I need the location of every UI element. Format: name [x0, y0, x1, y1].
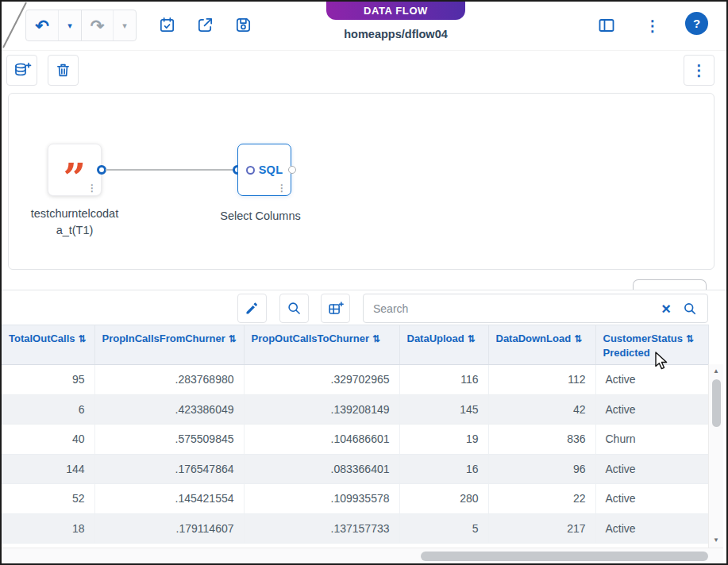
search-icon	[682, 301, 698, 317]
column-header-dataupload[interactable]: DataUpload⇅	[399, 325, 488, 365]
sort-icon[interactable]: ⇅	[79, 333, 87, 344]
label-line: a_t(T1)	[27, 222, 122, 239]
table-row[interactable]: 6.423386049.13920814914542Active	[2, 394, 708, 425]
sort-icon[interactable]: ⇅	[468, 333, 476, 344]
column-header-propincallsfromchurner[interactable]: PropInCallsFromChurner⇅	[94, 325, 244, 365]
app-window: ↶ ▾ ↷ ▾ DATA FLOW homeapps/dflow04	[0, 0, 728, 565]
save-button[interactable]	[229, 10, 257, 39]
column-label: TotalOutCalls	[9, 332, 75, 344]
sql-node[interactable]: SQL ⋮	[237, 144, 291, 196]
node-menu-icon[interactable]: ⋮	[277, 183, 287, 193]
table-cell: .329702965	[244, 365, 399, 395]
column-header-datadownload[interactable]: DataDownLoad⇅	[488, 325, 595, 365]
table-row[interactable]: 52.145421554.10993557828022Active	[2, 484, 708, 514]
table-cell: 6	[2, 394, 94, 425]
table-cell: 16	[399, 454, 488, 484]
redo-icon: ↷	[91, 17, 105, 34]
trash-icon	[54, 61, 72, 79]
search-button[interactable]	[677, 301, 707, 317]
table-cell: 112	[488, 365, 595, 395]
database-add-icon	[13, 61, 32, 80]
undo-button[interactable]: ↶	[26, 10, 58, 40]
chevron-down-icon: ▾	[67, 21, 72, 30]
table-cell: 144	[2, 454, 94, 484]
sql-output-port[interactable]	[288, 166, 296, 174]
sort-icon[interactable]: ⇅	[229, 333, 237, 344]
redo-button[interactable]: ↷	[81, 10, 113, 40]
redo-dropdown-chevron[interactable]: ▾	[113, 10, 136, 40]
horizontal-scroll-thumb[interactable]	[421, 552, 708, 561]
table-cell: 116	[399, 365, 488, 395]
table-cell: 52	[2, 484, 94, 514]
column-label-line2: Predicted	[603, 347, 703, 359]
label-line: testchurntelcodat	[27, 206, 122, 222]
table-cell: .083366401	[244, 454, 399, 484]
table-cell: .176547864	[94, 454, 244, 484]
table-cell: .423386049	[94, 394, 244, 425]
more-options-button[interactable]: ⋮	[639, 11, 666, 40]
add-data-button[interactable]	[6, 55, 37, 86]
sort-icon[interactable]: ⇅	[574, 333, 582, 344]
clear-search-button[interactable]: ×	[655, 301, 677, 317]
connection-edge	[106, 169, 234, 171]
table-cell: .109935578	[244, 484, 399, 514]
sort-icon[interactable]: ⇅	[686, 333, 694, 344]
sql-node-title: SQL	[259, 163, 283, 176]
column-header-customerstatus[interactable]: CustomerStatus⇅Predicted	[595, 325, 708, 365]
share-export-icon	[196, 16, 214, 34]
source-node[interactable]: ” ⋮	[48, 144, 102, 196]
table-cell: .145421554	[94, 484, 244, 514]
undo-dropdown-chevron[interactable]: ▾	[58, 10, 81, 40]
chevron-down-icon: ▾	[122, 21, 127, 30]
table-cell: 40	[2, 425, 94, 455]
schedule-validate-button[interactable]	[152, 10, 181, 39]
flow-canvas[interactable]: ” ⋮ SQL ⋮ testchurntelcodat a_t(T1) Sele…	[8, 93, 715, 270]
horizontal-scrollbar[interactable]	[2, 548, 723, 563]
zoom-button[interactable]	[279, 294, 309, 323]
partially-hidden-button[interactable]	[633, 279, 707, 290]
table-cell: Active	[595, 365, 708, 395]
help-button[interactable]: ?	[685, 12, 708, 35]
edit-button[interactable]	[237, 294, 267, 323]
save-icon	[234, 16, 252, 34]
dataset-quote-icon: ”	[64, 159, 87, 198]
table-cell: .283768980	[94, 365, 244, 395]
flow-path: homeapps/dflow04	[326, 28, 465, 40]
column-header-propoutcallstochurner[interactable]: PropOutCallsToChurner⇅	[244, 325, 399, 365]
scroll-up-arrow-icon[interactable]: ▲	[709, 368, 723, 375]
table-cell: .137157733	[244, 513, 399, 544]
table-cell: Active	[595, 454, 708, 484]
table-cell: 42	[488, 394, 595, 425]
column-label: DataUpload	[407, 332, 464, 344]
table-cell: 95	[2, 365, 94, 395]
dataflow-badge: DATA FLOW	[326, 2, 465, 20]
column-header-totaloutcalls[interactable]: TotalOutCalls⇅	[2, 325, 94, 365]
table-row[interactable]: 18.179114607.1371577335217Active	[2, 513, 708, 544]
table-cell: .575509845	[94, 425, 244, 455]
table-cell: Active	[595, 484, 708, 514]
table-row[interactable]: 144.176547864.0833664011696Active	[2, 454, 708, 484]
search-input[interactable]	[364, 302, 655, 315]
canvas-more-options-button[interactable]: ⋮	[684, 55, 715, 86]
scroll-down-arrow-icon[interactable]: ▼	[709, 537, 723, 544]
sort-icon[interactable]: ⇅	[372, 333, 380, 344]
undo-icon: ↶	[35, 17, 49, 34]
table-row[interactable]: 40.575509845.10468660119836Churn	[2, 425, 708, 455]
delete-button[interactable]	[48, 55, 79, 86]
vertical-scrollbar[interactable]: ▲ ▼	[708, 364, 723, 548]
question-mark-icon: ?	[693, 17, 700, 30]
table-cell: 5	[399, 513, 488, 544]
add-column-button[interactable]	[321, 294, 350, 323]
column-label: CustomerStatus	[603, 332, 683, 344]
header-row: TotalOutCalls⇅PropInCallsFromChurner⇅Pro…	[2, 325, 708, 365]
column-label: PropInCallsFromChurner	[102, 332, 225, 344]
table-row[interactable]: 95.283768980.329702965116112Active	[2, 365, 708, 395]
undo-redo-group: ↶ ▾ ↷ ▾	[25, 10, 137, 41]
table-cell: 280	[399, 484, 488, 514]
vertical-scroll-thumb[interactable]	[712, 379, 721, 427]
corner-diagonal-line	[2, 2, 29, 49]
node-menu-icon[interactable]: ⋮	[87, 183, 97, 193]
toggle-panel-button[interactable]	[592, 11, 621, 40]
export-button[interactable]	[191, 10, 219, 39]
pencil-icon	[244, 300, 260, 317]
